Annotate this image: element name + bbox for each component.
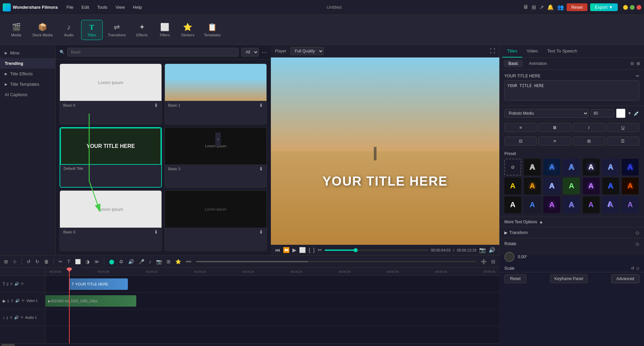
more-text-options[interactable]: More Text Options ▲ [500, 217, 644, 227]
delete-button[interactable]: 🗑 [43, 258, 50, 265]
transform-tool[interactable]: ⊹ [11, 258, 18, 265]
sticker-tool[interactable]: ⭐ [174, 258, 182, 265]
scale-reset-icon[interactable]: ↺ [631, 266, 634, 271]
mask-tool[interactable]: ◑ [84, 258, 91, 265]
camera-button[interactable]: 📷 [479, 247, 486, 253]
scroll-area[interactable] [0, 343, 499, 346]
grid-tool[interactable]: ⊞ [165, 258, 172, 265]
notification-icon[interactable]: 🔔 [547, 4, 554, 10]
camera-tool[interactable]: 📷 [155, 258, 163, 265]
font-select[interactable]: Roboto Mediu [504, 109, 588, 118]
preset-8[interactable]: A [524, 178, 541, 194]
sidebar-item-title-templates[interactable]: ▶ Title Templates [0, 79, 55, 89]
quality-select[interactable]: Full Quality [290, 47, 324, 55]
transform-keyframe-icon[interactable]: ◇ [636, 230, 639, 235]
cut-button[interactable]: ✂ [57, 258, 64, 265]
subtab-basic[interactable]: Basic [504, 60, 523, 67]
font-size-input[interactable] [591, 109, 614, 117]
rotate-keyframe-icon[interactable]: ◇ [636, 241, 639, 246]
add-track-button[interactable]: ⊞ [3, 258, 9, 265]
preset-7[interactable]: A [504, 178, 521, 194]
audio-settings[interactable]: 🔊 [127, 258, 135, 265]
sidebar-item-mine[interactable]: ▶ Mine [0, 48, 55, 58]
share-icon[interactable]: ↗ [539, 4, 544, 10]
collapse-panel-button[interactable]: ‹ [215, 132, 221, 146]
title-textarea[interactable]: YOUR TITLE HERE [504, 80, 639, 101]
preset-15[interactable]: A [524, 196, 541, 213]
preset-5[interactable]: A [602, 159, 619, 176]
align-center-center-button[interactable]: ≡ [538, 137, 571, 146]
minus-button[interactable]: ➖ [184, 258, 193, 265]
preset-18[interactable]: A [583, 196, 600, 213]
tab-titles[interactable]: Titles [502, 45, 522, 57]
users-icon[interactable]: 👥 [557, 4, 564, 10]
preset-none[interactable]: ⊘ [504, 159, 521, 176]
download-icon[interactable]: ⬇ [154, 229, 158, 235]
progress-bar[interactable] [325, 249, 428, 251]
more-options-button[interactable]: ⋯ [261, 49, 267, 55]
tool-media[interactable]: 🎬 Media [5, 20, 27, 40]
export-button[interactable]: Export ▼ [590, 3, 618, 11]
playhead[interactable] [69, 268, 70, 343]
align-center-button[interactable]: ≡ [504, 123, 537, 132]
panel-icon2[interactable]: ⊞ [637, 61, 640, 66]
italic-button[interactable]: I [573, 123, 605, 132]
preset-3[interactable]: A [563, 159, 580, 176]
subtab-animation[interactable]: Animation [524, 60, 551, 67]
tool-templates[interactable]: 📋 Templates [200, 20, 225, 40]
purchase-button[interactable]: Reset [567, 3, 587, 11]
more-tools[interactable]: ≫ [93, 258, 101, 265]
crop-button[interactable]: ⬜ [299, 247, 306, 253]
align-right-center-button[interactable]: ⊞ [573, 137, 605, 146]
redo-button[interactable]: ↻ [34, 258, 41, 265]
align-left-center-button[interactable]: ⊟ [504, 137, 537, 146]
align-justify-button[interactable]: ☰ [607, 137, 639, 146]
preset-10[interactable]: A [563, 178, 580, 194]
advanced-button[interactable]: Advanced [611, 274, 639, 283]
rotate-knob[interactable] [504, 252, 514, 262]
track2-settings-icon[interactable]: ⚙ [10, 282, 13, 286]
grid-lines-button[interactable]: ⊟ [490, 258, 497, 265]
sidebar-item-trending[interactable]: Trending [0, 58, 55, 69]
monitor-icon[interactable]: 🖥 [523, 4, 528, 10]
tab-video[interactable]: Video [522, 45, 543, 57]
tool-stickers[interactable]: ⭐ Stickers [177, 20, 199, 40]
download-icon[interactable]: ⬇ [259, 229, 263, 235]
transform-section[interactable]: ▶ Transform ◇ [500, 227, 644, 238]
tool-effects[interactable]: ✦ Effects [131, 20, 153, 40]
reset-button[interactable]: Reset [504, 274, 526, 283]
tab-text-to-speech[interactable]: Text To Speech [543, 45, 582, 57]
color-picker[interactable] [616, 109, 625, 118]
menu-help[interactable]: Help [130, 3, 145, 11]
tool-titles[interactable]: T Titles [81, 20, 103, 40]
grid-item-basic1[interactable]: Basic 1 ⬇ [165, 64, 267, 124]
scroll-thumb[interactable] [1, 344, 15, 346]
audio-volume-icon[interactable]: 🔊 [14, 315, 19, 320]
menu-view[interactable]: View [112, 3, 128, 11]
voiceover-button[interactable]: 🎤 [137, 258, 146, 265]
audio-eye-icon[interactable]: 👁 [20, 315, 24, 320]
grid-item-default[interactable]: YOUR TITLE HERE Default Title [60, 127, 162, 188]
audio-settings-icon[interactable]: ⚙ [9, 315, 13, 320]
skip-back-button[interactable]: ⏮ [275, 247, 280, 253]
preset-1[interactable]: A [524, 159, 541, 176]
underline-button[interactable]: U [607, 123, 639, 132]
preset-6[interactable]: A [622, 159, 639, 176]
settings-button[interactable]: ⚙ [118, 258, 125, 265]
bold-button[interactable]: B [538, 123, 571, 132]
preset-4[interactable]: A [583, 159, 600, 176]
eyedropper-icon[interactable]: 💉 [634, 111, 639, 116]
preset-17[interactable]: A [563, 196, 580, 213]
preset-16[interactable]: A [543, 196, 560, 213]
track2-eye-icon[interactable]: 👁 [21, 282, 24, 286]
grid-item-basic3b[interactable]: Lorem ipsum ⬇ [165, 190, 267, 251]
video-clip[interactable]: ▶ 3015482-hd_1920_1080_24fps [45, 295, 136, 307]
fullscreen-icon[interactable]: ⛶ [490, 48, 495, 54]
tool-stock[interactable]: 📦 Stock Media [28, 20, 57, 40]
play-button[interactable]: ▶ [292, 247, 296, 253]
grid-item-basic6b[interactable]: Lorem ipsum Basic 6 ⬇ [60, 190, 162, 251]
sidebar-item-title-effects[interactable]: ▶ Title Effects [0, 69, 55, 79]
tool-transitions[interactable]: ⇌ Transitions [104, 20, 130, 40]
download-icon[interactable]: ⬇ [259, 166, 263, 171]
menu-tools[interactable]: Tools [94, 3, 111, 11]
